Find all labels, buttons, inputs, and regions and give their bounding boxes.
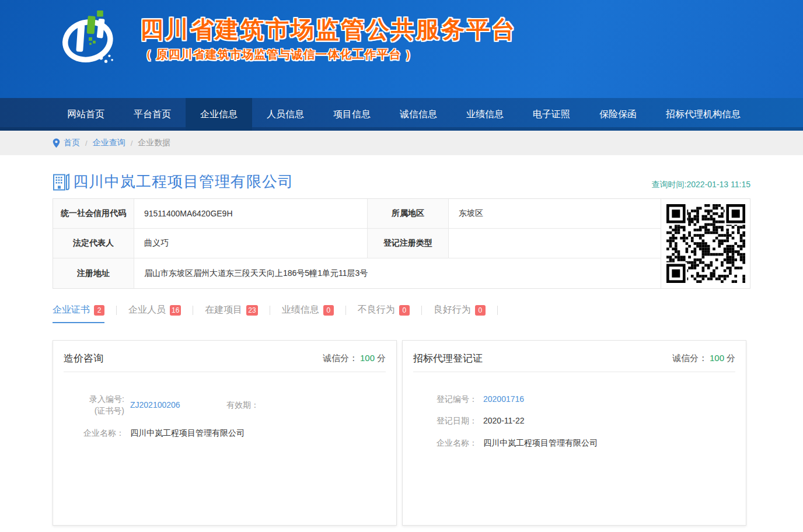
table-row: 法定代表人 曲义巧 登记注册类型 xyxy=(53,229,661,258)
entry-number-label: 录入编号: (证书号) xyxy=(82,393,124,417)
breadcrumb-enterprise-data: 企业数据 xyxy=(138,138,170,148)
tab-divider xyxy=(116,306,117,315)
card-title: 造价咨询 xyxy=(64,352,103,365)
tabs-bar: 企业证书 2 企业人员 16 在建项目 23 业绩信息 0 不良行为 0 良好行… xyxy=(53,304,750,324)
credit-code-value: 91511400MA6420GE9H xyxy=(134,199,368,228)
count-badge: 0 xyxy=(475,305,486,316)
card-title: 招标代理登记证 xyxy=(413,352,483,365)
company-name-label: 企业名称： xyxy=(82,427,124,439)
nav-item-credit-info[interactable]: 诚信信息 xyxy=(385,98,452,131)
nav-item-project-info[interactable]: 项目信息 xyxy=(319,98,385,131)
tab-divider xyxy=(421,306,422,315)
main-nav: 网站首页 平台首页 企业信息 人员信息 项目信息 诚信信息 业绩信息 电子证照 … xyxy=(0,98,803,131)
legal-representative-label: 法定代表人 xyxy=(53,229,134,258)
registration-date-label: 登记日期： xyxy=(432,415,477,426)
credit-score: 诚信分：100分 xyxy=(672,353,735,364)
table-row: 统一社会信用代码 91511400MA6420GE9H 所属地区 东坡区 xyxy=(53,199,661,229)
registration-date-value: 2020-11-22 xyxy=(483,415,525,426)
registered-address-label: 注册地址 xyxy=(53,258,134,288)
company-name-label: 企业名称： xyxy=(432,437,477,449)
count-badge: 0 xyxy=(323,305,334,316)
tab-divider xyxy=(193,306,193,315)
registration-type-label: 登记注册类型 xyxy=(368,229,449,258)
credit-score: 诚信分：100分 xyxy=(323,353,386,364)
credit-code-label: 统一社会信用代码 xyxy=(53,199,134,228)
nav-item-performance-info[interactable]: 业绩信息 xyxy=(452,98,518,131)
site-header: 四川省建筑市场监管公共服务平台 （ 原四川省建筑市场监管与诚信一体化工作平台 ） xyxy=(0,0,803,98)
tab-bad-behavior[interactable]: 不良行为 0 xyxy=(358,304,410,323)
site-logo xyxy=(54,7,124,76)
validity-label: 有效期： xyxy=(226,399,259,411)
registration-type-value xyxy=(449,229,661,258)
registered-address-value: 眉山市东坡区眉州大道东三段天天向上186号5幢1单元11层3号 xyxy=(134,258,661,288)
breadcrumb-enterprise-search[interactable]: 企业查询 xyxy=(93,138,125,148)
region-label: 所属地区 xyxy=(368,199,449,228)
location-pin-icon xyxy=(53,138,60,148)
entry-number-link[interactable]: ZJ202100206 xyxy=(130,399,226,411)
company-name-value: 四川中岚工程项目管理有限公司 xyxy=(130,427,245,439)
nav-item-bidding-agency-info[interactable]: 招标代理机构信息 xyxy=(651,98,755,131)
query-time: 查询时间:2022-01-13 11:15 xyxy=(652,180,750,192)
cost-consulting-card: 造价咨询 诚信分：100分 录入编号: (证书号) ZJ202100206 有效… xyxy=(53,340,397,526)
credit-score-value: 100 xyxy=(360,353,375,363)
tab-enterprise-personnel[interactable]: 企业人员 16 xyxy=(128,304,181,323)
tab-enterprise-certificates[interactable]: 企业证书 2 xyxy=(53,304,104,323)
nav-item-personnel-info[interactable]: 人员信息 xyxy=(252,98,319,131)
breadcrumb-home[interactable]: 首页 xyxy=(64,138,80,148)
tab-divider xyxy=(345,306,346,315)
bidding-agency-card: 招标代理登记证 诚信分：100分 登记编号： 202001716 登记日期： 2… xyxy=(402,340,746,526)
nav-item-e-certificate[interactable]: 电子证照 xyxy=(518,98,585,131)
tab-divider xyxy=(270,306,270,315)
registration-number-label: 登记编号： xyxy=(432,393,477,405)
qr-code xyxy=(666,204,745,283)
building-icon xyxy=(53,173,70,191)
breadcrumb-separator: / xyxy=(131,139,133,148)
breadcrumb: 首页 / 企业查询 / 企业数据 xyxy=(0,131,803,155)
nav-item-platform-home[interactable]: 平台首页 xyxy=(119,98,186,131)
count-badge: 2 xyxy=(94,305,104,316)
company-title: 四川中岚工程项目管理有限公司 xyxy=(73,172,294,192)
tab-divider xyxy=(497,306,498,315)
nav-item-insurance-guarantee[interactable]: 保险保函 xyxy=(585,98,651,131)
site-subtitle: （ 原四川省建筑市场监管与诚信一体化工作平台 ） xyxy=(140,47,516,62)
count-badge: 23 xyxy=(246,305,257,316)
company-name-value: 四川中岚工程项目管理有限公司 xyxy=(483,437,598,449)
tab-good-behavior[interactable]: 良好行为 0 xyxy=(434,304,486,323)
registration-number-link[interactable]: 202001716 xyxy=(483,393,524,405)
breadcrumb-separator: / xyxy=(85,139,88,148)
site-title: 四川省建筑市场监管公共服务平台 xyxy=(140,16,516,42)
tab-projects-under-construction[interactable]: 在建项目 23 xyxy=(205,304,257,323)
table-row: 注册地址 眉山市东坡区眉州大道东三段天天向上186号5幢1单元11层3号 xyxy=(53,258,661,288)
credit-score-value: 100 xyxy=(710,353,724,363)
company-info-table: 统一社会信用代码 91511400MA6420GE9H 所属地区 东坡区 法定代… xyxy=(53,198,750,289)
nav-item-enterprise-info[interactable]: 企业信息 xyxy=(186,98,252,131)
legal-representative-value: 曲义巧 xyxy=(134,229,368,258)
region-value: 东坡区 xyxy=(449,199,661,228)
count-badge: 16 xyxy=(170,305,181,316)
nav-item-home[interactable]: 网站首页 xyxy=(53,98,119,131)
count-badge: 0 xyxy=(399,305,410,316)
tab-performance-info[interactable]: 业绩信息 0 xyxy=(282,304,334,323)
